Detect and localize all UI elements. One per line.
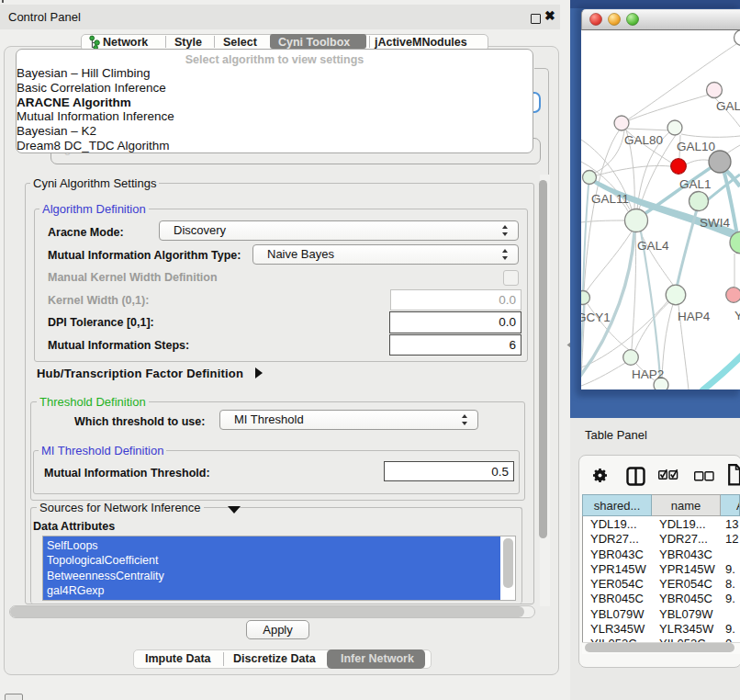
svg-text:GAL10: GAL10	[677, 140, 715, 153]
svg-text:GAL: GAL	[716, 99, 740, 113]
svg-text:GAL1: GAL1	[679, 177, 712, 191]
svg-text:SWI4: SWI4	[700, 216, 730, 230]
svg-text:GCY1: GCY1	[581, 310, 611, 324]
svg-text:HAP2: HAP2	[632, 367, 664, 381]
svg-text:GAL4: GAL4	[637, 239, 669, 253]
svg-text:GAL11: GAL11	[591, 192, 629, 206]
svg-text:GAL80: GAL80	[624, 133, 663, 147]
svg-text:Y: Y	[734, 309, 740, 322]
svg-text:HAP4: HAP4	[678, 310, 711, 323]
